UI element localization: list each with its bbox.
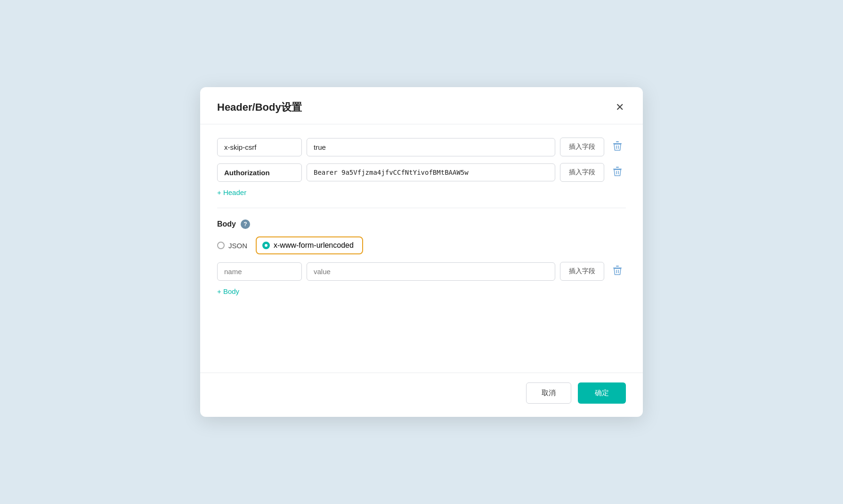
cancel-button[interactable]: 取消: [526, 382, 571, 404]
modal-body: 插入字段: [200, 124, 643, 365]
section-divider: [217, 208, 626, 208]
close-icon: ✕: [616, 102, 624, 113]
radio-urlencoded-dot: [262, 242, 270, 249]
trash-icon-3: [613, 265, 622, 278]
body-section: Body ? JSON x-www-form-urlen: [217, 219, 626, 295]
radio-json-text: JSON: [228, 242, 247, 250]
body-name-input[interactable]: [217, 262, 302, 281]
body-row-1: 插入字段: [217, 262, 626, 281]
close-button[interactable]: ✕: [614, 100, 626, 114]
trash-icon-2: [613, 166, 622, 179]
header-row-1: 插入字段: [217, 138, 626, 156]
svg-rect-5: [616, 167, 619, 168]
header-delete-button-1[interactable]: [609, 139, 626, 155]
radio-row: JSON x-www-form-urlencoded: [217, 236, 626, 254]
modal-title: Header/Body设置: [217, 100, 302, 114]
add-header-button[interactable]: + Header: [217, 188, 246, 196]
svg-rect-1: [616, 141, 619, 142]
modal-overlay: Header/Body设置 ✕ 插入字段: [0, 0, 843, 504]
header-section: 插入字段: [217, 138, 626, 196]
modal-header: Header/Body设置 ✕: [200, 87, 643, 124]
header-row-2: 插入字段: [217, 163, 626, 182]
confirm-button[interactable]: 确定: [578, 382, 626, 404]
svg-rect-9: [616, 266, 619, 267]
add-body-button[interactable]: + Body: [217, 287, 239, 295]
header-name-input-1[interactable]: [217, 138, 302, 156]
body-label: Body: [217, 220, 236, 228]
header-insert-button-1[interactable]: 插入字段: [560, 138, 604, 156]
modal-footer: 取消 确定: [200, 373, 643, 417]
modal: Header/Body设置 ✕ 插入字段: [200, 87, 643, 417]
header-name-input-2[interactable]: [217, 163, 302, 182]
body-value-input[interactable]: [307, 262, 555, 281]
help-icon[interactable]: ?: [241, 219, 250, 229]
body-insert-button[interactable]: 插入字段: [560, 262, 604, 281]
header-value-input-1[interactable]: [307, 138, 555, 156]
radio-urlencoded-container[interactable]: x-www-form-urlencoded: [256, 236, 363, 254]
radio-dot-inner: [265, 244, 267, 247]
radio-urlencoded-text: x-www-form-urlencoded: [274, 241, 354, 250]
body-delete-button[interactable]: [609, 263, 626, 280]
radio-json-empty: [217, 242, 225, 249]
body-label-row: Body ?: [217, 219, 626, 229]
trash-icon-1: [613, 141, 622, 154]
radio-json-label[interactable]: JSON: [217, 242, 247, 250]
header-insert-button-2[interactable]: 插入字段: [560, 163, 604, 182]
header-delete-button-2[interactable]: [609, 164, 626, 181]
header-value-input-2[interactable]: [307, 163, 555, 181]
